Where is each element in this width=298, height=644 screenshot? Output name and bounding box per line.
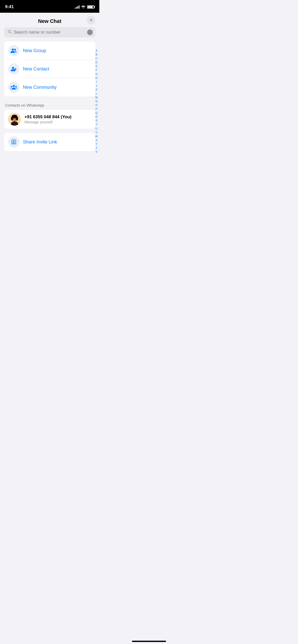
alphabet-index: A B C D E F G H I J K L M N O P Q R S T …: [95, 49, 98, 154]
header: New Chat ✕: [0, 13, 99, 27]
alpha-n[interactable]: N: [95, 99, 98, 103]
alpha-c[interactable]: C: [95, 57, 98, 60]
avatar-image: [8, 113, 21, 126]
alpha-d[interactable]: D: [95, 61, 98, 64]
svg-point-15: [11, 116, 13, 121]
section-header: Contacts on WhatsApp: [0, 101, 99, 110]
alpha-o[interactable]: O: [95, 103, 98, 107]
page-title: New Chat: [38, 18, 61, 24]
status-bar: 9:41: [0, 0, 99, 13]
svg-point-10: [15, 86, 17, 87]
svg-point-3: [12, 49, 14, 51]
contact-name: +91 6355 048 844 (You): [24, 114, 91, 120]
svg-point-17: [13, 119, 14, 119]
group-icon: [10, 48, 17, 53]
share-icon: [11, 139, 17, 145]
alpha-t[interactable]: T: [95, 123, 98, 126]
svg-point-9: [13, 85, 15, 87]
alpha-k[interactable]: K: [95, 88, 98, 91]
alpha-s[interactable]: S: [95, 119, 98, 122]
status-time: 9:41: [5, 4, 14, 9]
alpha-i[interactable]: I: [96, 80, 97, 83]
alpha-g[interactable]: G: [95, 72, 98, 76]
contact-item[interactable]: +91 6355 048 844 (You) Message yourself: [4, 110, 95, 129]
wifi-icon: [81, 5, 86, 9]
new-group-item[interactable]: New Group: [4, 41, 95, 60]
alpha-hash[interactable]: #: [95, 150, 98, 154]
alpha-h[interactable]: H: [95, 76, 98, 80]
search-container: [0, 27, 99, 41]
scroll-indicator: [87, 30, 93, 35]
community-icon: [10, 84, 17, 90]
share-card: Share Invite Link: [4, 133, 95, 151]
close-button[interactable]: ✕: [87, 16, 95, 25]
alpha-b[interactable]: B: [95, 53, 98, 56]
contact-card: +91 6355 048 844 (You) Message yourself: [4, 110, 95, 129]
alpha-j[interactable]: J: [95, 84, 98, 87]
battery-icon: [87, 5, 94, 9]
contact-subtitle: Message yourself: [24, 120, 91, 124]
svg-point-8: [11, 86, 12, 87]
add-contact-icon-wrap: [8, 63, 19, 75]
alpha-l[interactable]: L: [95, 92, 98, 95]
community-icon-wrap: [8, 82, 19, 93]
svg-point-4: [14, 49, 16, 51]
alpha-v[interactable]: V: [95, 130, 98, 134]
avatar: [8, 113, 21, 126]
new-contact-label: New Contact: [23, 66, 49, 72]
share-item[interactable]: Share Invite Link: [4, 133, 95, 151]
signal-bars-icon: [75, 5, 79, 9]
new-community-label: New Community: [23, 85, 57, 90]
search-input[interactable]: [14, 30, 92, 35]
alpha-p[interactable]: P: [95, 107, 98, 111]
search-bar: [4, 27, 95, 37]
close-icon: ✕: [89, 18, 93, 22]
share-invite-label: Share Invite Link: [23, 139, 57, 145]
main-sheet: New Chat ✕: [0, 13, 99, 215]
alpha-y[interactable]: Y: [95, 142, 98, 146]
svg-point-5: [12, 67, 14, 69]
contact-info: +91 6355 048 844 (You) Message yourself: [24, 114, 91, 124]
group-icon-wrap: [8, 45, 19, 56]
alpha-q[interactable]: Q: [95, 111, 98, 115]
share-icon-wrap: [8, 136, 19, 148]
svg-line-2: [10, 32, 11, 33]
status-icons: [75, 5, 94, 9]
new-contact-item[interactable]: New Contact: [4, 60, 95, 78]
add-contact-icon: [11, 66, 17, 72]
search-icon: [8, 30, 12, 35]
action-list: New Group New Contact: [4, 41, 95, 96]
svg-point-0: [83, 8, 84, 8]
alpha-u[interactable]: U: [95, 127, 98, 130]
alpha-w[interactable]: W: [95, 135, 98, 138]
new-group-label: New Group: [23, 48, 46, 53]
alpha-f[interactable]: F: [95, 68, 98, 72]
alpha-r[interactable]: R: [95, 115, 98, 119]
alpha-z[interactable]: Z: [95, 146, 98, 150]
svg-point-16: [16, 116, 18, 121]
alpha-x[interactable]: X: [95, 138, 98, 142]
alpha-m[interactable]: M: [95, 96, 98, 99]
svg-point-18: [15, 119, 16, 119]
alpha-a[interactable]: A: [95, 49, 98, 52]
alpha-e[interactable]: E: [95, 64, 98, 68]
new-community-item[interactable]: New Community: [4, 78, 95, 96]
